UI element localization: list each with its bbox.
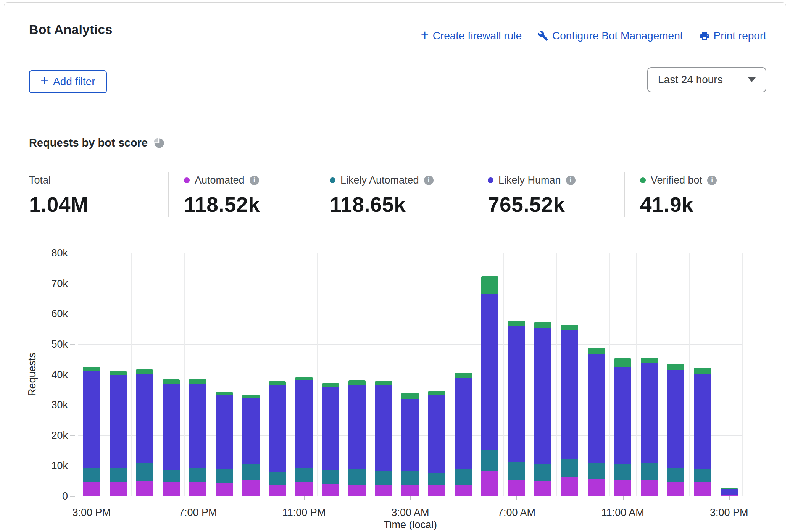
info-icon[interactable]: i: [250, 176, 259, 185]
chart-bar-800pm[interactable]: [211, 392, 238, 496]
chart-bar-400am[interactable]: [424, 391, 450, 496]
y-tick-label: 10k: [37, 460, 68, 472]
time-range-select[interactable]: Last 24 hours: [647, 67, 766, 92]
stats-row: Total 1.04M Automated i 118.52k Likely A…: [29, 172, 785, 217]
chart-bar-700am[interactable]: [503, 321, 530, 496]
bar-segment-automated: [242, 480, 260, 496]
wrench-icon: [538, 31, 548, 41]
add-filter-button[interactable]: + Add filter: [29, 70, 107, 93]
x-tick: [92, 496, 92, 500]
gridline-x: [742, 253, 743, 496]
chart-bar-900pm[interactable]: [238, 395, 264, 496]
legend-dot-likely-human: [488, 177, 493, 183]
chart-bar-800am[interactable]: [530, 322, 556, 496]
gridline-y: [78, 284, 742, 284]
y-tick-label: 30k: [37, 399, 68, 411]
chart-bar-600am[interactable]: [477, 276, 503, 496]
chart-bar-200pm[interactable]: [689, 368, 716, 496]
bar-segment-verified-bot: [481, 276, 498, 294]
chart-bar-500pm[interactable]: [131, 369, 158, 496]
y-tick-label: 60k: [37, 308, 68, 320]
x-tick-label: 3:00 AM: [391, 507, 429, 519]
bar-segment-verified-bot: [110, 371, 127, 375]
bar-segment-automated: [614, 480, 631, 496]
legend-dot-likely-automated: [330, 177, 335, 183]
bar-segment-likely-human: [295, 380, 313, 468]
chart-bar-1000pm[interactable]: [264, 381, 291, 496]
chart-bar-500am[interactable]: [450, 373, 477, 496]
info-icon[interactable]: i: [566, 176, 576, 185]
chart-bar-400pm[interactable]: [105, 371, 132, 496]
gridline-y: [78, 314, 742, 314]
chart-bar-200am[interactable]: [371, 381, 397, 496]
stat-verified-bot: Verified bot i 41.9k: [624, 172, 785, 217]
chart-bar-600pm[interactable]: [158, 379, 185, 496]
chart-bar-300am[interactable]: [397, 393, 424, 497]
create-firewall-rule-link[interactable]: + Create firewall rule: [421, 30, 522, 42]
y-tick-label: 40k: [37, 369, 68, 380]
bar-segment-verified-bot: [534, 322, 551, 328]
bar-segment-likely-automated: [110, 468, 127, 482]
pie-chart-icon: [153, 137, 164, 149]
bar-segment-likely-human: [534, 328, 551, 464]
y-tick: [70, 405, 75, 405]
chart-bar-1200am[interactable]: [317, 383, 344, 496]
bar-segment-likely-human: [375, 385, 392, 471]
bar-segment-likely-human: [508, 326, 525, 462]
bar-segment-likely-human: [269, 385, 286, 472]
bar-segment-automated: [455, 485, 472, 496]
x-tick-label: 11:00 PM: [282, 507, 326, 519]
bar-segment-verified-bot: [163, 379, 180, 384]
x-axis-title: Time (local): [384, 519, 437, 531]
gridline-x: [716, 253, 716, 496]
chart-bar-1000am[interactable]: [583, 348, 609, 496]
gridline-y: [78, 253, 742, 253]
chart-bar-900am[interactable]: [556, 325, 583, 496]
x-tick-label: 7:00 AM: [498, 507, 535, 519]
bar-segment-verified-bot: [614, 358, 631, 368]
bar-segment-likely-automated: [588, 463, 605, 479]
header-divider: [4, 108, 786, 108]
info-icon[interactable]: i: [707, 176, 717, 185]
bar-segment-verified-bot: [401, 393, 419, 399]
bar-segment-automated: [694, 482, 711, 496]
header-actions: + Create firewall rule Configure Bot Man…: [421, 30, 766, 42]
chart-bar-100pm[interactable]: [663, 364, 689, 496]
bar-segment-automated: [189, 482, 206, 496]
chart-bar-300pm[interactable]: [716, 488, 742, 496]
x-tick: [729, 496, 730, 500]
configure-bot-management-link[interactable]: Configure Bot Management: [538, 30, 683, 42]
x-tick: [410, 496, 411, 500]
bar-segment-verified-bot: [455, 373, 472, 378]
chart-bar-700pm[interactable]: [184, 379, 211, 496]
bar-segment-likely-human: [588, 354, 605, 463]
bar-segment-verified-bot: [588, 348, 605, 353]
add-filter-label: Add filter: [53, 76, 95, 88]
legend-dot-automated: [184, 177, 190, 183]
chart-bar-300pm[interactable]: [78, 367, 105, 496]
bar-segment-verified-bot: [508, 321, 525, 326]
bar-segment-automated: [508, 480, 525, 496]
info-icon[interactable]: i: [424, 176, 434, 185]
y-tick-label: 20k: [37, 429, 68, 441]
bar-segment-likely-human: [641, 363, 658, 463]
stat-likely-automated: Likely Automated i 118.65k: [314, 172, 472, 217]
configure-bot-management-label: Configure Bot Management: [552, 30, 683, 42]
bar-segment-likely-automated: [561, 459, 578, 477]
section-title-row: Requests by bot score: [29, 137, 164, 149]
printer-icon: [699, 31, 710, 41]
chart-bar-100am[interactable]: [344, 380, 371, 496]
x-tick: [623, 496, 624, 500]
bar-segment-likely-human: [189, 384, 206, 468]
bar-segment-likely-automated: [614, 464, 631, 480]
chart-bar-1100pm[interactable]: [291, 377, 318, 496]
bar-segment-verified-bot: [375, 381, 392, 385]
bar-segment-likely-human: [694, 374, 711, 469]
chart-bar-1100am[interactable]: [609, 358, 636, 496]
bar-segment-automated: [322, 484, 339, 496]
print-report-link[interactable]: Print report: [699, 30, 767, 42]
chart-bar-1200pm[interactable]: [636, 358, 663, 496]
bar-segment-likely-human: [561, 330, 578, 459]
y-tick: [70, 496, 75, 497]
y-tick: [70, 466, 75, 466]
